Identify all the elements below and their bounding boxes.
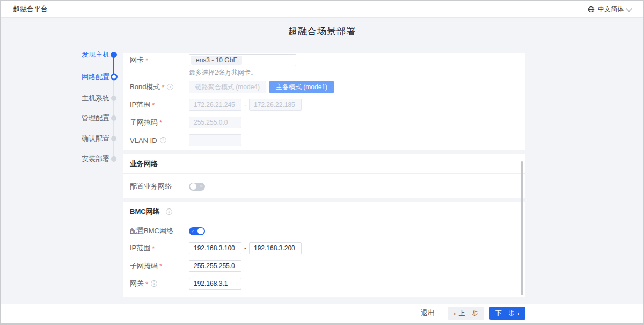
step-host-system[interactable]: 主机系统 [1,94,109,103]
page-title: 超融合场景部署 [1,25,643,38]
bond-mode1-button[interactable]: 主备模式 (mode1) [269,81,334,93]
vlan-id-label-text: VLAN ID [130,136,157,145]
required-asterisk: * [159,119,162,127]
bond-mode-label: Bond模式 * [130,82,189,92]
bmc-gateway-label: 网关 * [130,279,189,288]
nic-row: 网卡 * ens3 - 10 GbE [130,54,525,66]
service-network-toggle-label: 配置业务网络 [130,182,189,191]
step-discover-hosts[interactable]: 发现主机 [1,50,109,59]
range-separator: - [244,101,246,109]
network-config-panel: 网卡 * ens3 - 10 GbE 最多选择2张万兆网卡。 Bond模式 * … [123,53,525,150]
step-confirm-config[interactable]: 确认配置 [1,134,109,143]
bmc-network-title: BMC网络 [130,207,160,216]
required-asterisk: * [145,280,148,288]
step-label: 管理配置 [82,114,109,122]
step-label: 确认配置 [82,134,109,142]
subnet-mask-input [189,117,241,128]
step-network-config[interactable]: 网络配置 [1,73,109,81]
chevron-down-icon [626,5,632,11]
step-dot [111,96,116,101]
language-globe-icon [588,6,595,13]
subnet-mask-row: 子网掩码 * [130,117,525,128]
info-icon[interactable] [151,280,157,287]
bond-mode-row: Bond模式 * 链路聚合模式 (mode4) 主备模式 (mode1) [130,81,525,93]
required-asterisk: * [152,244,155,252]
chevron-left-icon [453,309,456,317]
ip-range-to-input [249,99,302,111]
service-network-panel: 业务网络 配置业务网络 [123,154,525,198]
vlan-id-input [189,134,241,146]
nic-label-text: 网卡 [130,55,144,65]
step-management-config[interactable]: 管理配置 [1,114,109,122]
bmc-toggle-label: 配置BMC网络 [130,226,189,236]
prev-step-button[interactable]: 上一步 [448,307,484,320]
bmc-subnet-mask-label-text: 子网掩码 [130,261,158,271]
vlan-id-label: VLAN ID [130,136,189,145]
service-network-toggle[interactable] [189,183,205,191]
info-icon[interactable] [160,137,166,143]
required-asterisk: * [162,83,164,91]
bmc-ip-range-to-input[interactable] [249,242,302,254]
bmc-gateway-label-text: 网关 [130,279,144,288]
toggle-knob [190,183,196,190]
bmc-ip-range-from-input[interactable] [189,242,241,254]
language-selector[interactable]: 中文简体 [588,5,631,14]
vertical-scrollbar-thumb[interactable] [521,161,523,295]
step-label: 安装部署 [82,155,109,163]
bmc-subnet-mask-label: 子网掩码 * [130,261,189,271]
info-icon[interactable] [167,84,173,90]
bmc-subnet-mask-input[interactable] [189,260,241,272]
bmc-gateway-row: 网关 * [130,278,525,290]
range-separator: - [244,244,246,252]
nic-label: 网卡 * [130,55,189,65]
step-label: 发现主机 [82,50,109,59]
service-network-title: 业务网络 [130,159,158,169]
bmc-network-panel: BMC网络 配置BMC网络 IP范围 * - 子网掩码 * [123,202,525,297]
service-network-header: 业务网络 [123,154,525,174]
step-label: 网络配置 [82,73,109,81]
service-network-toggle-row: 配置业务网络 [130,182,525,191]
nic-select[interactable]: ens3 - 10 GbE [189,54,296,66]
ip-range-label: IP范围 * [130,100,189,110]
bond-mode4-button[interactable]: 链路聚合模式 (mode4) [189,81,266,93]
step-label: 主机系统 [82,94,109,102]
ip-range-from-input [189,99,241,111]
step-dot [111,156,116,162]
step-install-deploy[interactable]: 安装部署 [1,155,109,163]
required-asterisk: * [159,262,162,270]
footer-action-bar: 退出 上一步 下一步 [1,304,643,323]
toggle-knob [197,228,204,234]
top-bar: 超融合平台 中文简体 [1,1,643,18]
brand-title: 超融合平台 [13,4,48,14]
bmc-network-header: BMC网络 [123,202,525,221]
step-dot [111,52,117,58]
next-step-label: 下一步 [495,309,515,318]
next-step-button[interactable]: 下一步 [489,307,525,320]
bmc-network-toggle[interactable] [189,227,205,235]
exit-link[interactable]: 退出 [421,308,435,318]
step-dot [111,115,116,121]
subnet-mask-label: 子网掩码 * [130,118,189,127]
step-dot [111,74,118,81]
ip-range-row: IP范围 * - [130,99,525,111]
info-icon[interactable] [166,208,172,215]
prev-step-label: 上一步 [459,309,478,318]
bond-mode-label-text: Bond模式 [130,82,160,92]
required-asterisk: * [152,101,155,109]
language-label: 中文简体 [598,5,624,14]
deployment-wizard-screen: 超融合平台 中文简体 超融合场景部署 发现主机 网络配置 主机系统 管理配置 [0,0,644,325]
bmc-toggle-row: 配置BMC网络 [130,227,525,235]
ip-range-label-text: IP范围 [130,100,150,110]
bmc-ip-range-row: IP范围 * - [130,242,525,254]
nic-hint: 最多选择2张万兆网卡。 [189,68,525,77]
bmc-ip-range-label: IP范围 * [130,243,189,253]
step-dot [111,136,116,141]
bmc-ip-range-label-text: IP范围 [130,243,150,253]
bmc-subnet-mask-row: 子网掩码 * [130,260,525,272]
bmc-gateway-input[interactable] [189,278,241,290]
vlan-id-row: VLAN ID [130,134,525,146]
nic-selected-tag: ens3 - 10 GbE [191,56,242,65]
chevron-right-icon [517,309,519,317]
subnet-mask-label-text: 子网掩码 [130,118,158,127]
required-asterisk: * [145,56,148,64]
